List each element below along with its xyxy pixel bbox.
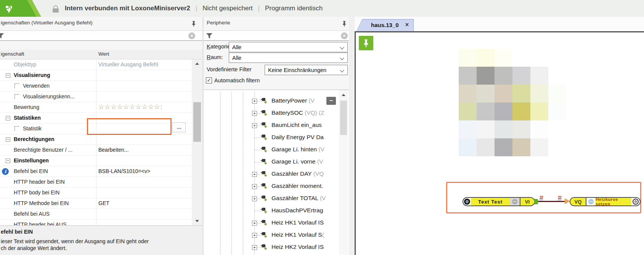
property-label: Einstellungen bbox=[14, 157, 49, 164]
virtual-output-icon bbox=[261, 232, 268, 240]
expand-icon[interactable]: + bbox=[252, 196, 257, 201]
collapse-icon[interactable]: − bbox=[6, 116, 10, 120]
scroll-down-arrow[interactable] bbox=[195, 220, 199, 222]
mosaic-cell bbox=[530, 120, 548, 138]
mosaic-cell bbox=[477, 85, 495, 103]
virtual-input-block[interactable]: ⚙ Text Test ••• VI bbox=[463, 197, 535, 206]
help-title: efehl bei EIN bbox=[1, 229, 33, 235]
property-value[interactable]: GET bbox=[98, 200, 171, 206]
collapse-icon[interactable]: − bbox=[6, 73, 10, 78]
property-label: HTTP body bei EIN bbox=[14, 189, 59, 196]
scroll-up-arrow[interactable] bbox=[195, 63, 199, 65]
mosaic-cell bbox=[459, 138, 477, 156]
expand-icon[interactable]: + bbox=[252, 245, 257, 250]
properties-scrollbar[interactable] bbox=[192, 59, 202, 225]
tab-haus-13-0[interactable]: haus.13_0 × bbox=[357, 19, 414, 31]
raum-accesskey: R bbox=[207, 54, 210, 60]
tree-item[interactable]: +BatteryPower (V− bbox=[204, 95, 339, 107]
property-label: HTTP header bei AUS bbox=[14, 221, 66, 225]
ellipsis-icon[interactable]: ••• bbox=[512, 199, 517, 204]
tree-item[interactable]: Garage Li. vorne (V bbox=[204, 156, 339, 168]
tree-item[interactable]: Garage Li. hinten (V bbox=[204, 144, 339, 156]
virtual-output-icon bbox=[261, 171, 268, 179]
expand-icon[interactable]: + bbox=[252, 172, 257, 177]
virtual-output-block[interactable]: VQ ••• Heizkurve setzen ⚙ bbox=[570, 197, 641, 206]
mosaic-cell bbox=[477, 49, 495, 67]
tree-item-type-suffix: (V bbox=[317, 158, 323, 165]
tree-item[interactable]: +BaumLicht ein_aus bbox=[204, 119, 339, 132]
tree-item[interactable]: +Heiz HK1 Vorlauf IS bbox=[204, 217, 339, 229]
auto-filter-checkbox[interactable]: ✓ bbox=[206, 77, 212, 83]
collapse-icon[interactable]: − bbox=[6, 137, 10, 142]
peripherie-filter-input[interactable]: × bbox=[204, 30, 349, 41]
property-label: Statistiken bbox=[14, 115, 41, 121]
checkbox[interactable] bbox=[14, 126, 19, 131]
mosaic-cell bbox=[530, 67, 548, 85]
scroll-up-arrow[interactable] bbox=[342, 94, 345, 96]
tree-item[interactable]: HausDachPVErtrag bbox=[204, 205, 339, 217]
tree-scrollbar[interactable] bbox=[339, 90, 348, 255]
tab-label: haus.13_0 bbox=[371, 22, 399, 28]
gear-icon[interactable]: ⚙ bbox=[633, 199, 639, 205]
ellipsis-icon[interactable]: ••• bbox=[588, 199, 594, 204]
output-connector-nub[interactable] bbox=[534, 199, 538, 204]
gear-icon[interactable]: ⚙ bbox=[464, 199, 470, 205]
expand-icon[interactable]: + bbox=[252, 99, 257, 104]
checkbox[interactable] bbox=[14, 83, 19, 88]
expand-icon[interactable]: + bbox=[252, 123, 257, 128]
expand-icon[interactable]: + bbox=[252, 111, 257, 116]
tree-item-type-suffix: (VQ bbox=[313, 170, 324, 177]
expand-icon[interactable]: + bbox=[252, 233, 257, 238]
property-value[interactable]: Bearbeiten... bbox=[98, 147, 171, 153]
tree-item-label: Gaszähler DAY (VQ bbox=[271, 170, 339, 177]
clear-filter-button[interactable]: × bbox=[188, 32, 195, 39]
kategorie-dropdown[interactable]: Alle bbox=[229, 42, 348, 52]
expand-icon[interactable]: + bbox=[252, 184, 257, 189]
property-value[interactable]: BSB-LAN/S1010=<v> bbox=[98, 168, 171, 174]
mosaic-cell bbox=[495, 103, 512, 120]
property-label: Befehl bei EIN bbox=[14, 168, 48, 174]
kategorie-label: Kategorie: bbox=[207, 43, 232, 50]
tree-item[interactable]: +Gaszähler DAY (VQ bbox=[204, 168, 339, 180]
tree-item[interactable]: Daily Energy PV Da bbox=[204, 132, 339, 144]
connection-wire[interactable] bbox=[538, 201, 565, 202]
collapse-icon[interactable]: − bbox=[6, 159, 10, 163]
virtual-output-icon bbox=[261, 244, 268, 252]
scrollbar-thumb[interactable] bbox=[340, 101, 347, 135]
tree-item-label: Heiz HK1 Vorlauf IS bbox=[271, 219, 339, 226]
minus-badge[interactable]: − bbox=[326, 97, 336, 105]
port-vq[interactable]: VQ bbox=[570, 198, 586, 205]
tab-close-icon[interactable]: × bbox=[405, 21, 409, 28]
tree-item[interactable]: +Heiz HK1 Vorlauf S( bbox=[204, 229, 339, 241]
column-value: Wert bbox=[98, 51, 109, 57]
properties-filter-input[interactable]: × bbox=[0, 30, 202, 41]
tree-item[interactable]: +Gaszähler TOTAL (V bbox=[204, 192, 339, 205]
pin-icon[interactable] bbox=[191, 21, 196, 27]
wire-break-mark: 22 bbox=[540, 196, 543, 200]
mosaic-cell bbox=[477, 67, 495, 85]
wire-arrow-icon bbox=[565, 198, 570, 204]
checkbox[interactable] bbox=[14, 94, 19, 99]
virtual-output-icon bbox=[261, 220, 268, 228]
pin-icon[interactable] bbox=[342, 21, 347, 27]
tree-item[interactable]: +Gaszähler moment. bbox=[204, 180, 339, 192]
expand-icon[interactable]: + bbox=[252, 221, 257, 226]
tree-items: +BatteryPower (V−+BatterySOC (VQ) (Z+Bau… bbox=[204, 95, 339, 253]
property-value[interactable]: Virtueller Ausgang Befehl bbox=[98, 61, 171, 67]
clear-filter-button[interactable]: × bbox=[341, 32, 348, 39]
raum-dropdown[interactable]: Alle bbox=[229, 53, 348, 63]
block-label: Text Test bbox=[471, 198, 510, 205]
tree-item-label: Garage Li. vorne (V bbox=[271, 158, 339, 165]
help-line: ch der analoge Wert ändert. bbox=[1, 245, 67, 251]
pin-button[interactable] bbox=[359, 36, 373, 50]
tree-item[interactable]: +BatterySOC (VQ) (Z bbox=[204, 107, 339, 119]
mosaic-cell bbox=[548, 138, 566, 156]
scrollbar-thumb[interactable] bbox=[193, 102, 201, 142]
edit-value-button[interactable]: ... bbox=[172, 122, 186, 132]
tree-item[interactable]: +Heiz HK2 Vorlauf IS bbox=[204, 241, 339, 253]
rating-stars[interactable]: ☆☆☆☆☆☆☆☆☆☆: bbox=[98, 103, 172, 111]
properties-panel: igenschaften (Virtueller Ausgang Befehl)… bbox=[0, 17, 202, 255]
predefined-filter-dropdown[interactable]: Keine Einschränkungen bbox=[265, 65, 348, 75]
filter-funnel-icon bbox=[206, 33, 213, 39]
port-vi[interactable]: VI bbox=[520, 198, 534, 205]
